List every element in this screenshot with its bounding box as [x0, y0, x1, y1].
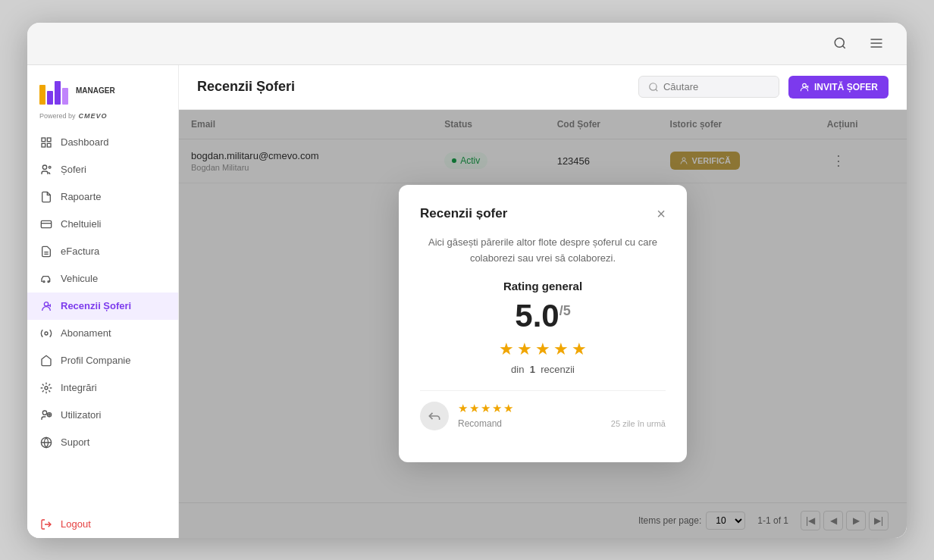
svg-line-32 — [656, 89, 658, 91]
svg-point-26 — [42, 411, 46, 415]
cheltuieli-icon — [39, 217, 53, 231]
dashboard-icon — [39, 136, 53, 149]
header-actions: INVITĂ ȘOFER — [638, 76, 889, 99]
modal-description: Aici găsești părerile altor flote despre… — [420, 235, 666, 267]
search-input[interactable] — [663, 81, 769, 92]
sidebar-item-logout[interactable]: Logout — [27, 511, 178, 538]
sidebar-item-logout-label: Logout — [61, 518, 91, 530]
sidebar-item-rapoarte[interactable]: Rapoarte — [27, 183, 178, 211]
invite-icon — [799, 82, 810, 92]
search-box-icon — [648, 82, 659, 92]
search-icon[interactable] — [828, 31, 852, 55]
reviews-count: din 1 recenzii — [420, 364, 666, 375]
page-title: Recenzii Șoferi — [197, 79, 295, 95]
main-content: Recenzii Șoferi INVITĂ ȘOFER — [179, 65, 907, 538]
content-header: Recenzii Șoferi INVITĂ ȘOFER — [179, 65, 907, 110]
menu-icon[interactable] — [864, 31, 889, 55]
content-wrapper: Email Status Cod Șofer Istoric șofer Acț… — [179, 110, 907, 538]
rating-label: Rating general — [420, 280, 666, 293]
sidebar-item-abonament-label: Abonament — [61, 327, 111, 339]
profil-icon — [39, 354, 53, 368]
sidebar-item-integrari[interactable]: Integrări — [27, 374, 178, 402]
sidebar-item-dashboard-label: Dashboard — [61, 136, 109, 148]
modal-close-button[interactable]: × — [657, 206, 666, 221]
suport-icon — [39, 436, 53, 449]
modal-title: Recenzii șofer — [420, 206, 507, 221]
sidebar-item-utilizatori[interactable]: Utilizatori — [27, 402, 178, 429]
logout-icon — [39, 518, 53, 531]
svg-point-14 — [49, 166, 51, 168]
rapoarte-icon — [39, 190, 53, 204]
modal-overlay[interactable]: Recenzii șofer × Aici găsești părerile a… — [179, 110, 907, 538]
svg-rect-5 — [39, 85, 45, 105]
sidebar-item-efactura-label: eFactura — [61, 246, 99, 257]
review-tag: Recomand — [458, 418, 502, 429]
modal-header: Recenzii șofer × — [420, 206, 666, 221]
rating-score: 5.0/5 — [420, 300, 666, 332]
integrari-icon — [39, 381, 53, 395]
efactura-icon — [39, 245, 53, 258]
svg-point-0 — [835, 38, 844, 47]
search-box — [638, 76, 779, 98]
logo-icon — [39, 77, 70, 105]
utilizatori-icon — [39, 408, 53, 422]
sidebar-item-integrari-label: Integrări — [61, 382, 97, 393]
svg-point-13 — [42, 165, 46, 169]
svg-rect-12 — [47, 143, 51, 147]
sidebar-item-recenzii-label: Recenzii Șoferi — [61, 300, 131, 311]
svg-rect-15 — [41, 221, 51, 227]
svg-point-24 — [45, 332, 48, 335]
review-time: 25 zile în urmă — [611, 419, 666, 428]
review-content: ★ ★ ★ ★ ★ Recomand 25 zile în urmă — [458, 402, 666, 430]
sidebar-item-soferi-label: Șoferi — [61, 164, 86, 175]
svg-point-20 — [48, 280, 49, 282]
sidebar-item-cheltuieli[interactable]: Cheltuieli — [27, 211, 178, 238]
review-item: ★ ★ ★ ★ ★ Recomand 25 zile în urmă — [420, 390, 666, 441]
svg-point-25 — [45, 386, 48, 389]
svg-rect-6 — [47, 91, 53, 105]
sidebar-item-suport[interactable]: Suport — [27, 429, 178, 456]
svg-rect-10 — [47, 138, 51, 142]
powered-by: Powered by CMEVO — [27, 111, 178, 129]
sidebar-item-profil-label: Profil Companie — [61, 355, 131, 366]
svg-rect-9 — [42, 138, 45, 142]
review-modal: Recenzii șofer × Aici găsești părerile a… — [399, 185, 687, 463]
sidebar-item-efactura[interactable]: eFactura — [27, 238, 178, 265]
brand-name: CMEVO — [79, 112, 108, 120]
recenzii-icon — [39, 299, 53, 313]
svg-line-1 — [842, 45, 845, 48]
sidebar: MANAGER Powered by CMEVO Dashboard Șofer… — [27, 65, 179, 538]
review-stars: ★ ★ ★ ★ ★ — [458, 402, 666, 415]
sidebar-item-recenzii[interactable]: Recenzii Șoferi — [27, 293, 178, 320]
svg-rect-11 — [42, 143, 45, 147]
svg-rect-7 — [55, 81, 61, 105]
svg-rect-8 — [62, 88, 68, 105]
logo: MANAGER — [27, 65, 178, 111]
sidebar-item-vehicule-label: Vehicule — [61, 273, 98, 284]
sidebar-item-vehicule[interactable]: Vehicule — [27, 265, 178, 293]
sidebar-item-rapoarte-label: Rapoarte — [61, 191, 101, 202]
svg-point-19 — [43, 280, 45, 282]
invite-button[interactable]: INVITĂ ȘOFER — [788, 76, 889, 99]
sidebar-item-suport-label: Suport — [61, 436, 89, 448]
logo-text: MANAGER — [76, 86, 115, 95]
sidebar-item-dashboard[interactable]: Dashboard — [27, 129, 178, 156]
abonament-icon — [39, 327, 53, 340]
sidebar-item-utilizatori-label: Utilizatori — [61, 409, 101, 421]
sidebar-item-soferi[interactable]: Șoferi — [27, 156, 178, 183]
sidebar-item-cheltuieli-label: Cheltuieli — [61, 218, 101, 230]
sidebar-item-abonament[interactable]: Abonament — [27, 320, 178, 347]
svg-point-21 — [44, 302, 48, 305]
rating-stars: ★ ★ ★ ★ ★ — [420, 339, 666, 359]
sidebar-item-profil[interactable]: Profil Companie — [27, 347, 178, 374]
soferi-icon — [39, 163, 53, 177]
vehicule-icon — [39, 272, 53, 286]
review-meta: Recomand 25 zile în urmă — [458, 418, 666, 429]
svg-point-31 — [650, 83, 657, 89]
reviewer-avatar — [420, 402, 449, 430]
svg-point-33 — [803, 83, 807, 87]
